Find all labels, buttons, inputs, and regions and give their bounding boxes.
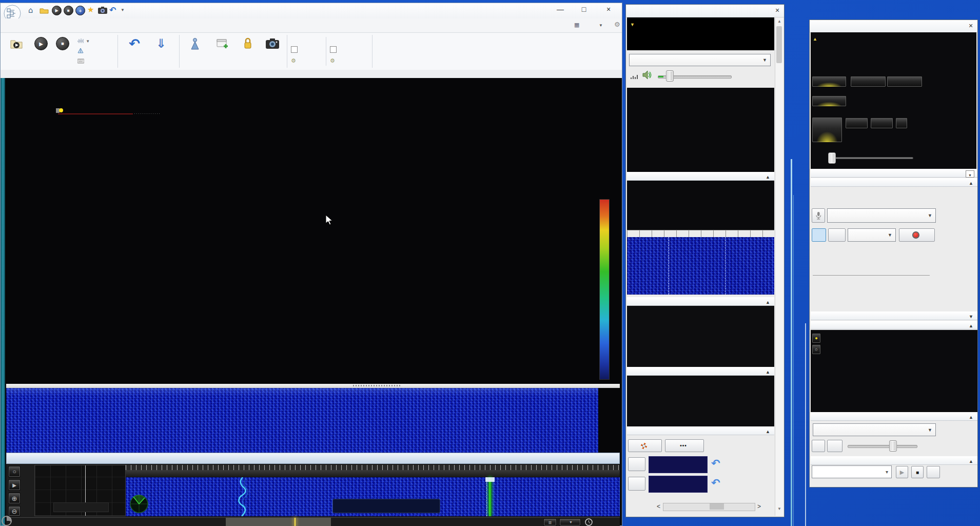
lock-button[interactable] [238,35,258,67]
tx-ptt-button[interactable] [812,117,842,143]
output-device-select[interactable]: ▼ [629,54,771,66]
tx-up-arrow-icon[interactable]: ▲ [813,36,817,42]
favourite-icon[interactable]: ★ [87,5,94,14]
text-more-button[interactable] [927,466,940,478]
stop-radio-icon[interactable]: ■ [64,6,73,15]
text-stop-button[interactable]: ■ [911,466,924,478]
transmit-panel-titlebar[interactable]: × [810,20,977,33]
monitor-header[interactable]: ▲ [811,412,977,421]
add-icon[interactable]: + [75,6,85,15]
beacon-waterfall[interactable] [126,465,620,516]
tx-more-button[interactable] [895,118,908,129]
beacon-zoom-out-button[interactable]: ⊖ [8,506,21,516]
screenshot-icon[interactable] [98,7,107,14]
tx-spectrum-marker-button[interactable]: ● [812,333,821,343]
filter-header[interactable]: ▲ [627,367,774,376]
receive-scrollbar[interactable]: ▲ ▼ [775,18,783,516]
drive-slider-track[interactable] [829,157,913,159]
speaker-icon[interactable] [642,70,653,80]
beacon-radar-icon[interactable] [129,493,149,515]
rit-button[interactable] [628,457,645,471]
splitter-bar[interactable] [6,384,620,388]
if-display-header[interactable]: ▲ [627,172,774,181]
rit-display[interactable] [649,456,708,473]
mic-device-select[interactable]: ▼ [827,208,936,223]
record-button[interactable] [899,228,935,242]
tx-spectrum-header[interactable]: ▲ [811,321,977,329]
mic-icon-button[interactable] [812,208,825,223]
child-instance-button[interactable] [210,35,236,67]
maximize-button[interactable]: □ [579,5,589,14]
sync-rx-button-1[interactable] [812,76,847,87]
receive-close-icon[interactable]: × [773,6,782,15]
rx-filter-thumb[interactable] [710,503,724,510]
drive-slider-handle[interactable] [828,152,836,164]
rx-down-arrow-icon[interactable]: ▼ [630,22,635,27]
band-clock-icon[interactable] [585,518,593,526]
ctcss-header[interactable]: ▼ [811,311,977,320]
xit-display[interactable] [649,476,708,493]
volume-slider-handle[interactable] [666,70,674,82]
radio-options-button[interactable]: ••• [665,439,704,452]
meter-combo-icon[interactable]: ▼ [966,170,974,178]
history-button[interactable]: ⇓ [149,35,173,67]
rx-filter-scrollbar[interactable] [663,503,755,511]
tone-button[interactable] [845,118,868,129]
radio-header[interactable]: ▲ [627,426,774,435]
home-icon[interactable]: ⌂ [28,6,33,15]
auto-mute-enable[interactable] [291,46,298,53]
undo-icon[interactable]: ↶ [109,5,116,15]
tx-to-rx-button[interactable] [887,76,923,87]
if-waterfall[interactable] [627,237,774,295]
rx-filter-left-arrow[interactable]: < [657,503,660,510]
close-button[interactable]: × [604,5,613,14]
mode-header[interactable]: ▲ [627,297,774,306]
open-folder-icon[interactable] [40,7,49,14]
band-overview-bar[interactable]: ≡ ▼ [6,517,620,526]
monitor-slider-handle[interactable] [889,440,897,452]
if-frequency-scale[interactable] [627,230,774,238]
main-waterfall[interactable] [6,388,598,453]
microphone-header[interactable]: ▲ [811,178,977,187]
transmit-close-icon[interactable]: × [966,21,975,30]
layout-icon[interactable]: ▦ [574,22,579,28]
proc-button[interactable] [812,228,826,242]
text-input-combo[interactable]: ▾ [812,465,892,478]
rx-to-tx-button[interactable] [850,76,886,87]
monitor-rx-button[interactable] [827,440,842,452]
beacon-zoom-in-button[interactable]: ⊕ [8,493,21,504]
always-on-top-button[interactable] [183,35,207,67]
receive-frequency-box[interactable]: ▼ [627,17,774,50]
xit-button[interactable] [628,477,645,491]
beacon-play-button[interactable]: ▶ [8,479,21,491]
rit-reset-icon[interactable]: ↶ [711,457,720,470]
auto-mute-checkbox[interactable] [291,46,298,53]
noise-blanker-checkbox[interactable] [330,46,337,53]
text-header[interactable]: ▲ [811,456,977,465]
levels-icon[interactable] [630,71,638,80]
minimize-button[interactable]: — [556,5,565,14]
if-display-chart[interactable] [627,181,774,230]
previous-frequency-button[interactable]: ↶ [123,35,146,67]
calibration-menu[interactable] [77,48,84,54]
noise-blanker-options[interactable]: ⚙ [330,57,335,64]
quick-access-caret-icon[interactable]: ▼ [121,8,125,12]
frequency-menu[interactable] [77,58,84,64]
rx-filter-right-arrow[interactable]: > [757,503,761,510]
rf-spectrum-chart[interactable] [6,75,620,384]
settings-gear-icon[interactable]: ⚙ [614,21,620,28]
help-button[interactable] [628,439,662,452]
band-view-highlight[interactable] [226,518,331,526]
sync-rx-button-2[interactable] [812,95,847,107]
scroll-up-icon[interactable]: ▲ [777,19,781,24]
monitor-slider-track[interactable] [848,445,917,448]
bandwidth-menu[interactable]: ▼ [77,37,90,44]
text-play-button[interactable]: ▶ [896,466,908,478]
monitor-tx-button[interactable] [812,440,825,452]
meter-header[interactable]: ▼ [811,169,977,178]
scrollbar-thumb[interactable] [776,26,782,63]
band-zoom-button[interactable]: ▼ [559,518,581,526]
style-caret-icon[interactable]: ▼ [599,23,603,28]
tx-bandwidth-select[interactable]: ▼ [848,228,896,242]
vox-button[interactable] [828,228,846,242]
